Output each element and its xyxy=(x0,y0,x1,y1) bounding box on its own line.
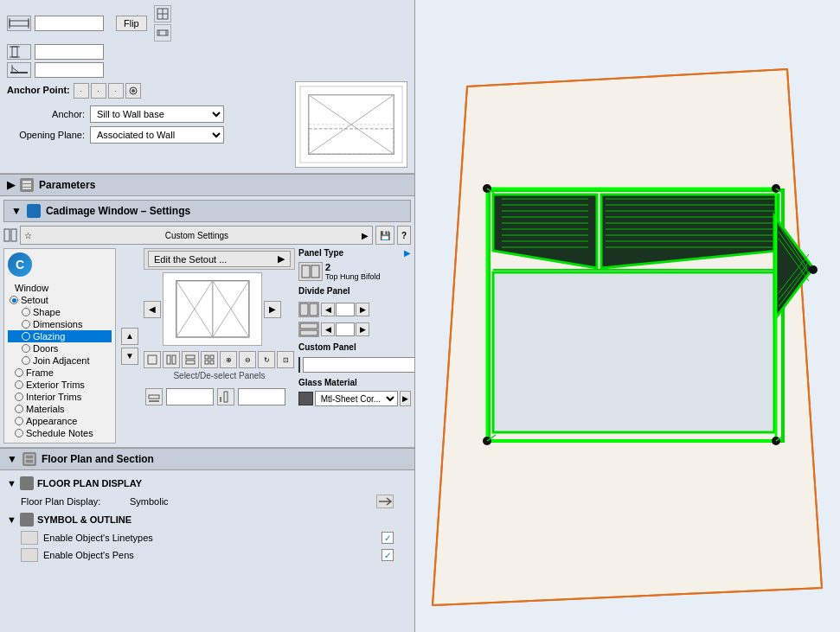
divide-panel-label: Divide Panel xyxy=(298,286,411,296)
radio-appearance xyxy=(15,417,23,425)
offset-bottom-input[interactable]: 0.0 xyxy=(166,388,214,405)
anchor-select[interactable]: Sill to Wall base Head to Wall top Cente… xyxy=(90,105,224,123)
prev-btn[interactable]: ◀ xyxy=(144,301,161,318)
glass-material-controls: Mtl-Sheet Cor... ▶ xyxy=(298,391,411,406)
help-btn[interactable]: ? xyxy=(397,226,411,245)
anchor-btn-3[interactable]: · xyxy=(108,83,124,99)
anchor-btn-1[interactable]: · xyxy=(74,83,89,99)
panel-type-name: Top Hung Bifold xyxy=(325,272,381,281)
zoom-in-btn[interactable]: ⊕ xyxy=(220,351,237,368)
parameters-header[interactable]: ▶ Parameters xyxy=(0,174,414,196)
tree-item-doors[interactable]: Doors xyxy=(8,342,112,354)
divide-v-input[interactable]: 1 xyxy=(336,322,355,336)
anchor-preview xyxy=(295,81,407,168)
view-icon-1[interactable] xyxy=(154,5,171,22)
tree-item-window[interactable]: Window xyxy=(8,282,112,294)
select-deselect-label: Select/De-select Panels xyxy=(144,371,295,380)
nav-up-btn[interactable]: ▲ xyxy=(121,328,138,345)
panel-type-arrow[interactable]: ▶ xyxy=(404,248,411,258)
pens-checkbox[interactable]: ✓ xyxy=(382,549,394,561)
custom-panel-input[interactable] xyxy=(303,357,415,373)
floor-plan-header[interactable]: ▼ Floor Plan and Section xyxy=(0,448,414,470)
center-config: Edit the Setout ... ▶ ◀ xyxy=(144,248,295,444)
offset-left-icon[interactable] xyxy=(145,388,163,405)
linetypes-checkbox[interactable]: ✓ xyxy=(382,532,394,544)
grid-3-btn[interactable] xyxy=(182,351,199,368)
svg-rect-0 xyxy=(10,21,29,26)
divide-v-dec[interactable]: ◀ xyxy=(321,322,335,336)
height-input[interactable]: 500.0 xyxy=(35,44,104,60)
tree-item-schedule[interactable]: Schedule Notes xyxy=(8,427,112,439)
grid-4-btn[interactable] xyxy=(201,351,218,368)
rotate-btn[interactable]: ↻ xyxy=(258,351,275,368)
svg-rect-51 xyxy=(300,303,308,316)
grid-1-btn[interactable] xyxy=(144,351,161,368)
fp-display-icon xyxy=(20,476,34,490)
panel-preview xyxy=(163,272,262,346)
tree-item-join[interactable]: Join Adjacent xyxy=(8,354,112,367)
custom-settings-btn[interactable]: ☆ Custom Settings ▶ xyxy=(20,226,373,245)
width-icon xyxy=(7,16,31,31)
fp-display-btn[interactable] xyxy=(376,495,394,508)
radio-join xyxy=(22,356,30,365)
fp-symbol-group-header[interactable]: ▼ SYMBOL & OUTLINE xyxy=(7,510,407,529)
view-switch-icon[interactable] xyxy=(3,228,17,242)
edit-setout-btn[interactable]: Edit the Setout ... ▶ xyxy=(148,251,291,267)
radio-ext-trims xyxy=(15,380,23,389)
fp-display-group-header[interactable]: ▼ FLOOR PLAN DISPLAY xyxy=(7,474,407,493)
offset-right-input[interactable]: 60.000 xyxy=(238,388,285,405)
cadimage-header[interactable]: ▼ Cadimage Window – Settings xyxy=(3,200,411,222)
panel-type-row: 2 Top Hung Bifold xyxy=(298,262,411,281)
anchor-label: Anchor: xyxy=(7,109,85,119)
tree-item-appearance[interactable]: Appearance xyxy=(8,415,112,427)
svg-rect-47 xyxy=(224,392,228,402)
offset-right-icon[interactable] xyxy=(217,388,234,405)
svg-rect-39 xyxy=(186,355,195,359)
save-settings-btn[interactable]: 💾 xyxy=(375,226,394,245)
svg-rect-52 xyxy=(310,303,317,316)
flip-button[interactable]: Flip xyxy=(116,16,147,31)
glass-material-arrow[interactable]: ▶ xyxy=(400,391,411,406)
tree-item-materials[interactable]: Materials xyxy=(8,403,112,415)
grid-2-btn[interactable] xyxy=(163,351,180,368)
width-input[interactable]: 1700.0 xyxy=(35,16,104,31)
view-icon-2[interactable] xyxy=(154,24,171,41)
reset-view-btn[interactable]: ⊡ xyxy=(277,351,294,368)
radio-int-trims xyxy=(15,393,23,401)
svg-rect-38 xyxy=(172,355,176,364)
tree-item-join-label: Join Adjacent xyxy=(33,355,89,366)
tree-item-materials-label: Materials xyxy=(26,404,65,414)
tree-item-shape[interactable]: Shape xyxy=(8,306,112,318)
offset-input[interactable]: 0.0 xyxy=(35,62,104,78)
glass-material-select[interactable]: Mtl-Sheet Cor... xyxy=(315,391,398,406)
grid-buttons: ⊕ ⊖ ↻ ⊡ xyxy=(144,351,295,368)
tree-item-ext-trims[interactable]: Exterior Trims xyxy=(8,379,112,391)
tree-item-glazing-label: Glazing xyxy=(33,331,65,342)
anchor-btn-4[interactable] xyxy=(125,83,141,99)
tree-item-int-trims[interactable]: Interior Trims xyxy=(8,391,112,403)
floor-plan-section: ▼ Floor Plan and Section ▼ FLOOR PLAN DI… xyxy=(0,447,414,567)
tree-item-frame[interactable]: Frame xyxy=(8,367,112,379)
divide-h-input[interactable]: 1 xyxy=(336,303,355,316)
settings-arrow: ▶ xyxy=(362,231,369,240)
nav-down-btn[interactable]: ▼ xyxy=(121,348,138,365)
tree-item-glazing[interactable]: Glazing xyxy=(8,330,112,342)
divide-v-inc[interactable]: ▶ xyxy=(356,322,369,336)
svg-rect-29 xyxy=(11,229,16,241)
divide-h-dec[interactable]: ◀ xyxy=(321,303,335,316)
zoom-out-btn[interactable]: ⊖ xyxy=(239,351,256,368)
parameters-toggle: ▶ xyxy=(7,179,15,191)
next-btn[interactable]: ▶ xyxy=(264,301,281,318)
linetypes-label: Enable Object's Linetypes xyxy=(43,533,153,543)
divide-h-inc[interactable]: ▶ xyxy=(356,303,369,316)
radio-doors xyxy=(22,344,30,353)
linetypes-icon xyxy=(21,531,38,545)
svg-rect-28 xyxy=(4,229,10,241)
anchor-btn-2[interactable]: · xyxy=(91,83,106,99)
svg-point-16 xyxy=(131,89,135,93)
tree-item-setout[interactable]: Setout xyxy=(8,294,112,306)
opening-plane-select[interactable]: Associated to Wall Normal Custom xyxy=(90,126,224,144)
divide-h-icon xyxy=(298,302,319,317)
glass-color-swatch[interactable] xyxy=(298,392,313,405)
tree-item-dimensions[interactable]: Dimensions xyxy=(8,318,112,330)
